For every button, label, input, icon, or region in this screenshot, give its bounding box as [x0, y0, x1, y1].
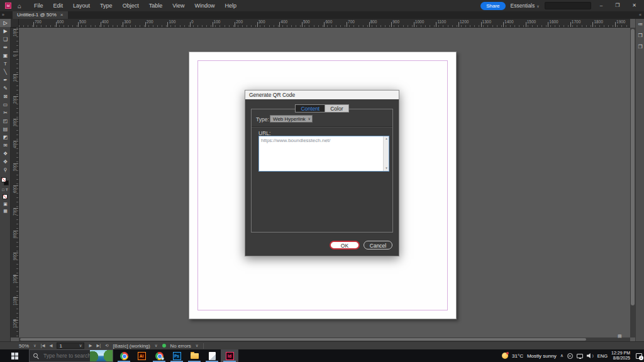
share-button[interactable]: Share	[480, 2, 505, 10]
chevron-down-icon[interactable]: ∨	[155, 343, 158, 348]
next-page-icon[interactable]: ▶	[89, 343, 92, 348]
menu-help[interactable]: Help	[220, 0, 242, 11]
workspace-switcher[interactable]: Essentials ∨	[511, 3, 540, 9]
properties-panel-icon[interactable]: ≔	[636, 19, 644, 30]
minimize-button[interactable]: –	[596, 0, 606, 11]
taskbar-search[interactable]	[29, 349, 113, 362]
formatting-affects-container-button[interactable]: □	[2, 187, 4, 193]
selection-tool[interactable]: ▷	[0, 19, 11, 27]
vertical-ruler[interactable]: 1000100200300400500600700800900100011001…	[11, 28, 19, 337]
zoom-tool[interactable]: ⚲	[0, 166, 11, 174]
clock[interactable]: 12:29 PM 8/8/2025	[611, 351, 630, 361]
vertical-scrollbar[interactable]	[630, 28, 635, 337]
weather-condition[interactable]: Mostly sunny	[527, 353, 557, 359]
scroll-up-icon[interactable]: ▲	[384, 136, 389, 141]
dialog-title[interactable]: Generate QR Code	[245, 90, 399, 99]
menu-file[interactable]: File	[29, 0, 48, 11]
preflight-icon[interactable]: ⟲	[105, 343, 108, 348]
menu-edit[interactable]: Edit	[48, 0, 69, 11]
screen-mode-normal-button[interactable]: ▣	[0, 200, 11, 207]
menu-table[interactable]: Table	[144, 0, 168, 11]
menu-type[interactable]: Type	[95, 0, 118, 11]
title-bar-right: Share Essentials ∨ – ❐ ✕	[480, 0, 644, 11]
ruler-label: 1200	[13, 320, 17, 328]
url-textarea[interactable]: https://www.boundlesstech.net/ ▲ ▼	[258, 136, 389, 172]
rectangle-tool[interactable]: ▭	[0, 101, 11, 109]
ruler-corner[interactable]	[11, 19, 19, 28]
display-icon[interactable]	[577, 354, 583, 358]
zoom-level[interactable]: 50%	[19, 343, 29, 349]
document-tab[interactable]: Untitled-1 @ 50% ×	[13, 11, 68, 19]
taskbar-chrome-profile-icon[interactable]	[150, 349, 168, 362]
fill-swatch-none[interactable]	[1, 177, 6, 182]
expand-panels-icon[interactable]: «	[639, 11, 641, 19]
content-collector-tool[interactable]: ▣	[0, 52, 11, 60]
page-number-box[interactable]: 1 ∨	[57, 343, 84, 349]
search-highlight-image[interactable]	[90, 350, 113, 361]
language-indicator[interactable]: ENG	[597, 353, 608, 359]
taskbar-notes-icon[interactable]	[203, 349, 221, 362]
volume-icon[interactable]: )	[587, 353, 594, 358]
last-page-icon[interactable]: ▶|	[96, 343, 101, 348]
app-search-box[interactable]	[545, 2, 591, 9]
menu-window[interactable]: Window	[190, 0, 220, 11]
apply-none-button[interactable]	[3, 194, 8, 199]
screen-mode-preview-button[interactable]: ▦	[0, 207, 11, 214]
restore-button[interactable]: ❐	[611, 0, 623, 11]
tray-status-icon[interactable]	[567, 353, 573, 359]
ok-button[interactable]: OK	[330, 241, 360, 250]
taskbar-photoshop-icon[interactable]: Ps	[168, 349, 186, 362]
pen-tool[interactable]: ✒	[0, 76, 11, 84]
show-hidden-icons-chevron[interactable]: ∧	[560, 353, 564, 358]
type-dropdown[interactable]: Web Hyperlink ∨	[270, 115, 313, 123]
gradient-feather-tool[interactable]: ◩	[0, 133, 11, 141]
menu-object[interactable]: Object	[118, 0, 144, 11]
weather-icon[interactable]	[502, 353, 508, 359]
chevron-down-icon[interactable]: ∨	[33, 343, 36, 348]
scissors-tool[interactable]: ✂	[0, 109, 11, 117]
note-tool[interactable]: ✉	[0, 141, 11, 150]
menu-view[interactable]: View	[167, 0, 189, 11]
close-button[interactable]: ✕	[628, 0, 640, 11]
horizontal-scrollbar-thumb[interactable]	[20, 338, 586, 341]
type-tool[interactable]: T	[0, 60, 11, 68]
taskbar-explorer-icon[interactable]	[186, 349, 203, 362]
gap-tool[interactable]: ⇹	[0, 43, 11, 52]
pages-panel-icon[interactable]: ❐	[636, 41, 644, 53]
fill-stroke-swatches[interactable]	[0, 176, 11, 187]
weather-temp[interactable]: 31°C	[512, 353, 523, 359]
tab-close-icon[interactable]: ×	[60, 11, 64, 19]
hand-tool[interactable]: ✥	[0, 158, 11, 166]
color-theme-tool[interactable]: ❖	[0, 150, 11, 158]
tab-color[interactable]: Color	[325, 104, 348, 112]
taskbar-chrome-icon[interactable]	[115, 349, 133, 362]
notification-center-icon[interactable]: 1	[636, 353, 642, 359]
direct-selection-tool[interactable]: ▶	[0, 27, 11, 35]
textarea-scrollbar[interactable]: ▲ ▼	[383, 136, 389, 171]
taskbar-illustrator-icon[interactable]: Ai	[133, 349, 150, 362]
line-tool[interactable]: ╲	[0, 68, 11, 76]
collapse-toolbar-icon[interactable]: »	[2, 11, 4, 19]
taskbar-indesign-icon[interactable]: Id	[221, 349, 238, 362]
search-input[interactable]	[42, 352, 91, 359]
preflight-preset[interactable]: [Basic] (working)	[113, 343, 150, 349]
cancel-button[interactable]: Cancel	[364, 241, 392, 250]
menu-layout[interactable]: Layout	[68, 0, 95, 11]
horizontal-ruler[interactable]: 7006005004003002001000100200300400500600…	[19, 19, 630, 28]
first-page-icon[interactable]: |◀	[41, 343, 45, 348]
start-button[interactable]	[0, 349, 29, 362]
cc-libraries-icon[interactable]: ❒	[636, 30, 644, 41]
previous-page-icon[interactable]: ◀	[49, 343, 52, 348]
free-transform-tool[interactable]: ◰	[0, 117, 11, 125]
home-icon[interactable]: ⌂	[18, 3, 21, 9]
vertical-scrollbar-thumb[interactable]	[631, 29, 635, 305]
tab-content[interactable]: Content	[295, 104, 325, 112]
rectangle-frame-tool[interactable]: ⊠	[0, 92, 11, 101]
scroll-down-icon[interactable]: ▼	[384, 166, 389, 171]
pencil-tool[interactable]: ✎	[0, 84, 11, 92]
ruler-tick	[235, 22, 235, 27]
page-tool[interactable]: ❏	[0, 35, 11, 43]
gradient-tool[interactable]: ▤	[0, 125, 11, 133]
formatting-affects-text-button[interactable]: T	[6, 187, 8, 193]
chevron-down-icon[interactable]: ∨	[196, 343, 199, 348]
